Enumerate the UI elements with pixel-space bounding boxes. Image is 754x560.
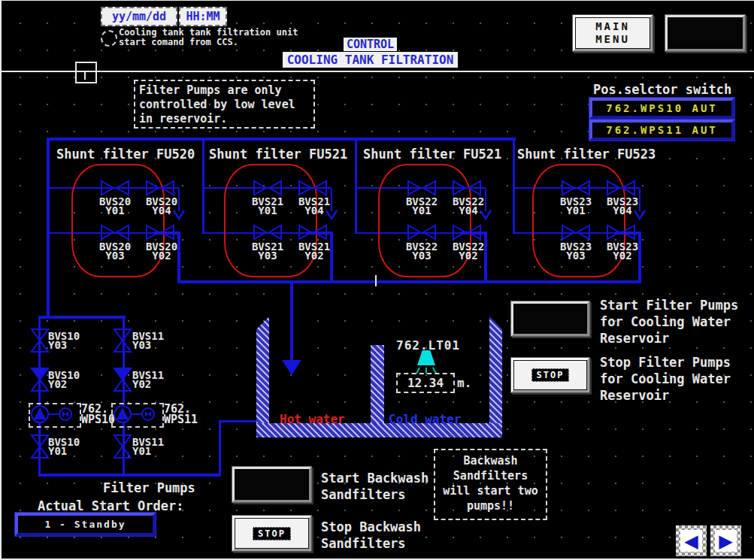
date-display: yy/mm/dd (101, 7, 177, 26)
prev-arrow-icon: ◀ (684, 532, 698, 550)
pump-icon[interactable] (30, 404, 77, 423)
screen-border-left (0, 0, 2, 560)
pipe-pump-discharge (38, 474, 221, 477)
notice-line3: in reservoir. (139, 112, 313, 126)
pipe-discharge-riser (219, 420, 221, 477)
start-filter-pumps-button[interactable] (511, 301, 589, 336)
level-sensor-icon (417, 350, 435, 365)
tank-label: Shunt filter FU521 (209, 147, 347, 162)
valve-icon (253, 224, 283, 241)
pos-selector-label: Pos.selctor switch (593, 82, 731, 97)
valve-icon (298, 224, 328, 241)
pipe-bottom-manifold (177, 280, 641, 283)
reservoir-wall-middle (371, 345, 384, 423)
start-order-label: Actual Start Order: (38, 498, 183, 513)
valve-icon (298, 180, 328, 196)
valve-icon (100, 180, 130, 196)
cold-water-label: Cold water (389, 412, 461, 426)
header-separator (0, 71, 754, 72)
prev-page-button[interactable]: ◀ (675, 525, 707, 557)
start-order-display[interactable]: 1 - Standby (15, 513, 156, 536)
screen-border-top (0, 0, 754, 1)
next-arrow-icon: ▶ (719, 532, 732, 550)
stop-badge: STOP (531, 368, 570, 382)
valve-icon (113, 328, 132, 353)
valve-icon (606, 224, 636, 241)
main-menu-label-line1: MAIN (595, 20, 630, 33)
tank-label: Shunt filter FU520 (56, 147, 195, 162)
pipe-pump-feed (38, 316, 126, 319)
valve-icon (606, 180, 636, 196)
level-value: 12.34 (407, 376, 444, 390)
stop-backwash-label: Stop BackwashSandfilters (321, 519, 421, 552)
start-backwash-label: Start BackwashSandfilters (321, 470, 428, 503)
page-title-line1: CONTROL (344, 38, 397, 51)
tank-label: Shunt filter FU521 (363, 147, 501, 162)
pipe-tank2-feed (202, 139, 204, 234)
filter-pumps-notice: Filter Pumps are only controlled by low … (134, 80, 315, 129)
tank-label: Shunt filter FU523 (517, 147, 656, 162)
valve-icon (145, 180, 175, 196)
filter-pumps-title: Filter Pumps (103, 480, 195, 495)
hot-water-label: Hot water (280, 412, 345, 426)
pipe-main-left-drop (47, 139, 50, 319)
valve-icon (30, 434, 50, 459)
start-order-value: 1 - Standby (44, 519, 126, 530)
pipe-top-manifold (47, 138, 516, 141)
pump-icon[interactable] (113, 404, 159, 423)
stop-backwash-button[interactable]: STOP (232, 516, 311, 551)
valve-icon (561, 180, 591, 196)
flow-arrow-down-icon (282, 360, 301, 375)
valve-icon (452, 180, 482, 196)
start-backwash-button[interactable] (232, 467, 311, 502)
next-page-button[interactable]: ▶ (710, 525, 742, 557)
main-menu-button[interactable]: MAIN MENU (573, 15, 653, 51)
backwash-notice-line: pumps!! (435, 498, 546, 513)
valve-icon (30, 367, 50, 392)
valve-icon (407, 180, 437, 196)
pipe-reservoir-drop (290, 283, 293, 360)
valve-icon (561, 224, 591, 241)
pipe-tank4-feed (513, 139, 515, 234)
pos-selector-switch-wps10-label: 762.WPS10 AUT (606, 102, 718, 114)
main-menu-label-line2: MENU (595, 33, 630, 46)
level-value-display: 12.34 (396, 373, 455, 393)
level-unit: m. (457, 376, 471, 390)
pos-selector-switch-wps10[interactable]: 762.WPS10 AUT (589, 98, 734, 119)
valve-icon (100, 224, 130, 241)
pump-tag: WPS11 (164, 414, 210, 425)
notice-line2: controlled by low level (139, 98, 313, 112)
pos-selector-switch-wps11[interactable]: 762.WPS11 AUT (589, 120, 734, 141)
separator-handle-box (75, 62, 97, 83)
stop-filter-pumps-label: Stop Filter Pumpsfor Cooling WaterReserv… (600, 354, 731, 404)
separator-handle-tick (84, 71, 86, 80)
start-filter-pumps-label: Start Filter Pumpsfor Cooling WaterReser… (600, 297, 738, 347)
valve-icon (113, 367, 132, 392)
valve-icon (407, 224, 437, 241)
ccs-command-icon (101, 30, 117, 47)
reservoir-wall-right (489, 316, 502, 423)
stop-badge: STOP (253, 527, 291, 540)
backwash-notice-line: Backwash (435, 453, 546, 468)
valve-icon (113, 434, 132, 459)
polyline-marker-tick (375, 275, 377, 286)
valve-icon (452, 224, 482, 241)
backwash-notice: Backwash Sandfilters will start two pump… (434, 449, 547, 520)
backwash-notice-line: will start two (435, 483, 546, 498)
page-title-line2: COOLING TANK FILTRATION (283, 52, 458, 68)
backwash-notice-line: Sandfilters (435, 468, 546, 483)
blank-menu-button[interactable] (665, 15, 745, 51)
ccs-note-line2: start comand from CCS. (119, 38, 238, 47)
pipe-tank3-feed (355, 139, 357, 234)
time-display: HH:MM (179, 7, 227, 26)
valve-icon (145, 224, 175, 241)
reservoir-wall-left (256, 316, 269, 423)
valve-icon (30, 328, 50, 353)
stop-filter-pumps-button[interactable]: STOP (511, 358, 589, 392)
pos-selector-switch-wps11-label: 762.WPS11 AUT (606, 124, 718, 136)
valve-icon (253, 180, 283, 196)
notice-line1: Filter Pumps are only (139, 83, 313, 98)
hmi-screen: yy/mm/dd HH:MM Cooling tank tank filtrat… (0, 0, 754, 560)
